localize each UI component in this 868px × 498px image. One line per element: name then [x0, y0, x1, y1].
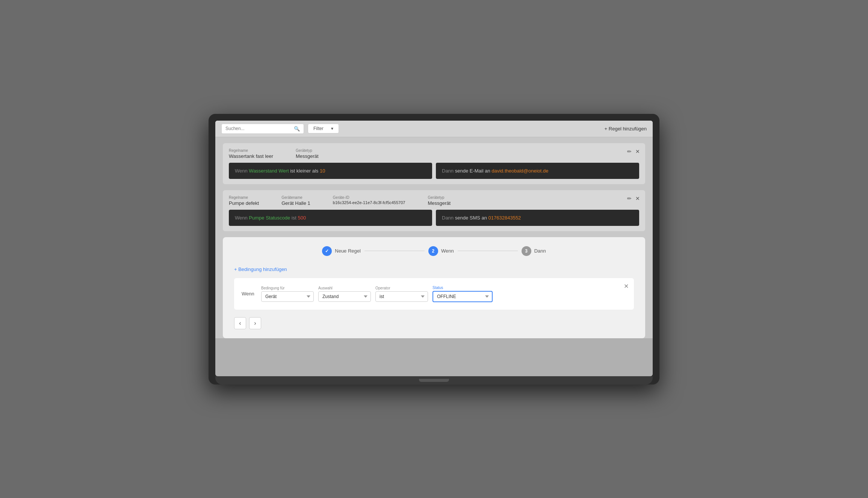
operator-field: Operator ist ist nicht größer als kleine…	[375, 286, 428, 302]
status-label: Status	[432, 286, 493, 290]
wenn-keyword-2: Wenn	[235, 215, 249, 221]
auswahl-field: Auswahl Zustand Wert Statuscode	[318, 286, 371, 302]
bedingung-select[interactable]: Gerät Sensor Messung	[261, 291, 314, 302]
regelname-value-2: Pumpe defekt	[229, 200, 259, 206]
dann-text-2-2: sende SMS an	[455, 215, 488, 221]
operator-label: Operator	[375, 286, 428, 290]
geraetetyp-label-2: Gerätetyp	[428, 195, 451, 200]
delete-rule-1-button[interactable]: ✕	[635, 148, 640, 154]
search-input[interactable]	[225, 126, 294, 131]
rule-meta-geraetename: Gerätename Gerät Halle 1	[281, 195, 310, 206]
close-condition-button[interactable]: ✕	[624, 283, 629, 290]
next-button[interactable]: ›	[249, 317, 261, 329]
dann-box-1: Dann sende E-Mail an david.theobald@onei…	[436, 163, 639, 179]
search-icon: 🔍	[294, 126, 300, 132]
wizard-nav: ‹ ›	[234, 317, 634, 329]
status-select[interactable]: OFFLINE ONLINE FEHLER	[432, 291, 493, 302]
step-3-label: Dann	[534, 248, 546, 254]
condition-row-1: Wenn Wasserstand Wert ist kleiner als 10…	[229, 163, 639, 179]
step-2-label: Wenn	[441, 248, 454, 254]
step-1: ✓ Neue Regel	[322, 246, 361, 256]
dann-text-2-1: sende E-Mail an	[455, 168, 492, 174]
geraetetyp-label-1: Gerätetyp	[296, 148, 319, 153]
geraetename-value: Gerät Halle 1	[281, 200, 310, 206]
filter-dropdown[interactable]: Filter ▾	[308, 124, 339, 133]
laptop-notch	[419, 379, 449, 382]
regelname-label: Regelname	[229, 148, 273, 153]
dann-highlight-2: 017632843552	[488, 215, 521, 221]
rule-meta-geraeteid: Geräte-ID b16c3254-ee2e-11e7-8c3f-fcf5c4…	[333, 195, 405, 206]
step-1-circle: ✓	[322, 246, 332, 256]
dann-highlight-1: david.theobald@oneiot.de	[491, 168, 548, 174]
edit-rule-1-button[interactable]: ✏	[627, 148, 632, 154]
wenn-box-2: Wenn Pumpe Statuscode ist 500	[229, 210, 432, 226]
dann-keyword-1: Dann	[442, 168, 455, 174]
wenn-ist-2: ist	[292, 215, 298, 221]
delete-rule-2-button[interactable]: ✕	[635, 195, 640, 201]
step-line-1	[364, 251, 425, 251]
wenn-text-2-1: ist kleiner als	[290, 168, 320, 174]
operator-select[interactable]: ist ist nicht größer als kleiner als	[375, 291, 428, 302]
wenn-keyword-1: Wenn	[235, 168, 249, 174]
geraeteid-label: Geräte-ID	[333, 195, 405, 200]
rule-meta-regelname-2: Regelname Pumpe defekt	[229, 195, 259, 206]
rules-area: Regelname Wassertank fast leer Gerätetyp…	[215, 137, 653, 237]
rule-meta-geraetetyp: Gerätetyp Messgerät	[296, 148, 319, 159]
step-2: 2 Wenn	[428, 246, 454, 256]
regelname-label-2: Regelname	[229, 195, 259, 200]
rule-meta-geraetetyp-2: Gerätetyp Messgerät	[428, 195, 451, 206]
wizard-area: ✓ Neue Regel 2 Wenn 3 Dann	[223, 237, 645, 338]
regelname-value: Wassertank fast leer	[229, 153, 273, 159]
condition-builder-row: Wenn Bedingung für Gerät Sensor Messung …	[242, 286, 626, 302]
wizard-steps: ✓ Neue Regel 2 Wenn 3 Dann	[234, 246, 634, 256]
bedingung-field: Bedingung für Gerät Sensor Messung	[261, 286, 314, 302]
geraetename-label: Gerätename	[281, 195, 310, 200]
dann-keyword-2: Dann	[442, 215, 455, 221]
wenn-highlight1-2: Pumpe Statuscode	[249, 215, 290, 221]
step-line-2	[458, 251, 518, 251]
rule-card-actions-1: ✏ ✕	[627, 148, 640, 154]
wenn-highlight1-1: Wasserstand Wert	[249, 168, 289, 174]
condition-builder: ✕ Wenn Bedingung für Gerät Sensor Messun…	[234, 278, 634, 310]
step-1-label: Neue Regel	[335, 248, 361, 254]
bedingung-label: Bedingung für	[261, 286, 314, 290]
wenn-box-1: Wenn Wasserstand Wert ist kleiner als 10	[229, 163, 432, 179]
dann-box-2: Dann sende SMS an 017632843552	[436, 210, 639, 226]
rule-meta-2: Regelname Pumpe defekt Gerätename Gerät …	[229, 195, 639, 206]
step-3: 3 Dann	[522, 246, 546, 256]
prev-button[interactable]: ‹	[234, 317, 246, 329]
step-2-circle: 2	[428, 246, 438, 256]
status-field: Status OFFLINE ONLINE FEHLER	[432, 286, 493, 302]
search-container[interactable]: 🔍	[221, 124, 304, 134]
geraeteid-value: b16c3254-ee2e-11e7-8c3f-fcf5c455707	[333, 200, 405, 205]
rule-meta-regelname: Regelname Wassertank fast leer	[229, 148, 273, 159]
chevron-down-icon: ▾	[331, 126, 333, 131]
auswahl-label: Auswahl	[318, 286, 371, 290]
geraetetyp-value-2: Messgerät	[428, 200, 451, 206]
rule-card-1: Regelname Wassertank fast leer Gerätetyp…	[223, 143, 645, 184]
edit-rule-2-button[interactable]: ✏	[627, 195, 632, 201]
step-3-circle: 3	[522, 246, 531, 256]
rule-card-actions-2: ✏ ✕	[627, 195, 640, 201]
geraetetyp-value-1: Messgerät	[296, 153, 319, 159]
add-rule-button[interactable]: + Regel hinzufügen	[605, 126, 647, 132]
rule-card-2: Regelname Pumpe defekt Gerätename Gerät …	[223, 190, 645, 231]
top-bar: 🔍 Filter ▾ + Regel hinzufügen	[215, 121, 653, 137]
wenn-label: Wenn	[242, 291, 257, 297]
wenn-highlight2-2: 500	[298, 215, 306, 221]
condition-row-2: Wenn Pumpe Statuscode ist 500 Dann sende…	[229, 210, 639, 226]
filter-label: Filter	[313, 126, 324, 131]
auswahl-select[interactable]: Zustand Wert Statuscode	[318, 291, 371, 302]
add-condition-button[interactable]: + Bedingung hinzufügen	[234, 266, 287, 272]
rule-meta-1: Regelname Wassertank fast leer Gerätetyp…	[229, 148, 639, 159]
wenn-highlight2-1: 10	[320, 168, 325, 174]
